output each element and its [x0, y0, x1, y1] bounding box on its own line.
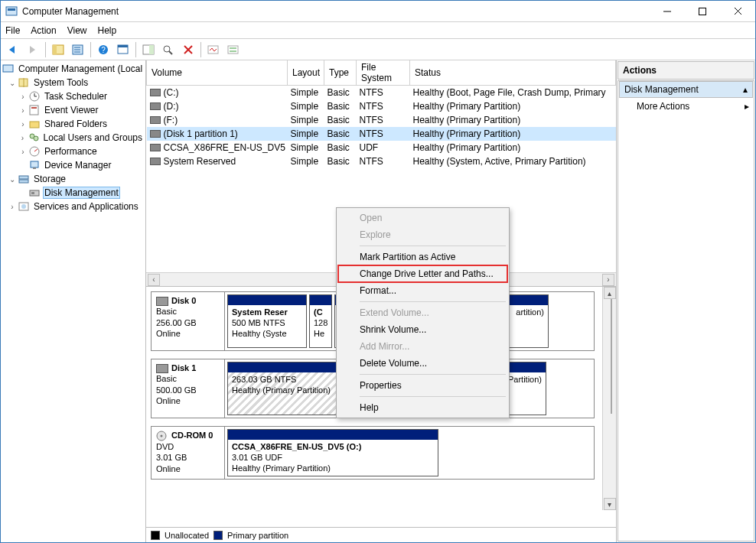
disk-kind: Basic — [156, 306, 220, 317]
volume-icon — [150, 116, 161, 124]
actions-section[interactable]: Disk Management ▴ — [619, 81, 753, 98]
show-hide-tree-button[interactable] — [49, 41, 67, 58]
svg-rect-33 — [31, 107, 37, 109]
volume-row[interactable]: (F:)SimpleBasicNTFSHealthy (Primary Part… — [147, 113, 616, 127]
expand-icon[interactable]: › — [7, 203, 18, 211]
col-volume[interactable]: Volume — [147, 60, 288, 86]
ctx-explore[interactable]: Explore — [338, 226, 507, 243]
collapse-icon[interactable]: ⌄ — [7, 175, 18, 184]
scroll-thumb[interactable] — [611, 299, 612, 414]
ctx-help[interactable]: Help — [338, 399, 507, 416]
volume-icon — [150, 144, 161, 151]
ctx-format[interactable]: Format... — [338, 282, 507, 299]
menu-action[interactable]: Action — [31, 25, 56, 36]
extra-button-2[interactable] — [224, 41, 243, 58]
forward-button[interactable] — [24, 41, 42, 58]
ctx-open[interactable]: Open — [338, 210, 507, 226]
partition[interactable]: CCSA_X86FRE_EN-US_DV5 (O:)3.01 GB UDFHea… — [227, 429, 438, 476]
ctx-extend[interactable]: Extend Volume... — [338, 304, 507, 321]
disk-icon — [156, 364, 168, 373]
disk-state: Online — [156, 395, 220, 406]
col-fs[interactable]: File System — [357, 60, 410, 86]
v-scrollbar[interactable]: ▴ ▾ — [602, 287, 616, 510]
scroll-up-icon[interactable]: ▴ — [604, 287, 616, 299]
tree-local-users[interactable]: ›Local Users and Groups — [2, 131, 144, 145]
menu-file[interactable]: File — [5, 25, 20, 36]
minimize-button[interactable] — [650, 1, 685, 21]
col-layout[interactable]: Layout — [288, 60, 324, 86]
ctx-add-mirror[interactable]: Add Mirror... — [338, 338, 507, 355]
actions-section-label: Disk Management — [624, 84, 699, 95]
ctx-shrink[interactable]: Shrink Volume... — [338, 321, 507, 338]
refresh-button[interactable] — [114, 41, 132, 58]
tree-shared-folders[interactable]: ›Shared Folders — [2, 117, 144, 131]
partition[interactable]: System Reser500 MB NTFSHealthy (Syste — [227, 294, 307, 348]
tree-disk-management[interactable]: Disk Management — [2, 186, 144, 200]
disk-size: 256.00 GB — [156, 317, 220, 328]
expand-icon[interactable]: › — [18, 148, 28, 156]
back-button[interactable] — [4, 41, 22, 58]
volume-row[interactable]: (C:)SimpleBasicNTFSHealthy (Boot, Page F… — [147, 86, 616, 99]
properties-button[interactable] — [69, 41, 87, 58]
legend-swatch-primary — [213, 531, 223, 540]
close-button[interactable] — [720, 1, 755, 21]
partition[interactable]: (C128He — [309, 294, 332, 348]
svg-rect-26 — [3, 65, 13, 72]
find-button[interactable] — [159, 41, 178, 58]
expand-icon[interactable]: › — [18, 106, 28, 115]
volume-icon — [150, 158, 161, 165]
expand-icon[interactable]: › — [18, 134, 28, 142]
help-button[interactable]: ? — [94, 41, 112, 58]
expand-icon[interactable]: › — [18, 93, 28, 101]
tree-device-manager[interactable]: Device Manager — [2, 158, 144, 172]
ctx-change-drive-letter[interactable]: Change Drive Letter and Paths... — [338, 265, 507, 282]
volume-row[interactable]: CCSA_X86FRE_EN-US_DV5 (O:)SimpleBasicUDF… — [147, 141, 616, 154]
ctx-mark-active[interactable]: Mark Partition as Active — [338, 249, 507, 265]
svg-rect-3 — [699, 8, 706, 15]
collapse-icon[interactable]: ⌄ — [7, 79, 18, 87]
scroll-down-icon[interactable]: ▾ — [604, 498, 616, 510]
svg-rect-40 — [33, 167, 36, 169]
legend-label: Unallocated — [165, 531, 209, 540]
scroll-right-icon[interactable]: › — [602, 274, 614, 286]
menu-help[interactable]: Help — [98, 25, 117, 36]
tree-pane[interactable]: Computer Management (Local ⌄ System Tool… — [1, 60, 146, 542]
volume-row[interactable]: System ReservedSimpleBasicNTFSHealthy (S… — [147, 154, 616, 168]
disk-size: 3.01 GB — [156, 452, 220, 463]
extra-button-1[interactable] — [204, 41, 223, 58]
ctx-delete[interactable]: Delete Volume... — [338, 355, 507, 372]
maximize-button[interactable] — [685, 1, 720, 21]
ctx-properties[interactable]: Properties — [338, 377, 507, 394]
tree-performance[interactable]: ›Performance — [2, 145, 144, 158]
menu-view[interactable]: View — [67, 25, 87, 36]
settings-button[interactable] — [139, 41, 158, 58]
disk-info: CD-ROM 0 DVD 3.01 GB Online — [152, 427, 225, 479]
tree-root[interactable]: Computer Management (Local — [2, 62, 144, 76]
col-status[interactable]: Status — [410, 60, 616, 86]
tree-system-tools[interactable]: ⌄ System Tools — [2, 76, 144, 89]
actions-item-label: More Actions — [637, 101, 689, 112]
expand-icon[interactable]: › — [18, 120, 28, 128]
disk-state: Online — [156, 328, 220, 339]
disk-name: CD-ROM 0 — [171, 431, 213, 440]
col-type[interactable]: Type — [324, 60, 357, 86]
svg-point-20 — [164, 46, 170, 52]
svg-rect-34 — [30, 122, 39, 128]
svg-rect-0 — [6, 7, 17, 15]
volume-row[interactable]: (D:)SimpleBasicNTFSHealthy (Primary Part… — [147, 99, 616, 113]
actions-more[interactable]: More Actions ▸ — [618, 98, 754, 115]
tree-storage[interactable]: ⌄Storage — [2, 172, 144, 186]
delete-button[interactable] — [179, 41, 197, 58]
tree-task-scheduler[interactable]: ›Task Scheduler — [2, 89, 144, 103]
cdrom-0[interactable]: CD-ROM 0 DVD 3.01 GB Online CCSA_X86FRE_… — [151, 426, 595, 480]
volume-row[interactable]: (Disk 1 partition 1)SimpleBasicNTFSHealt… — [147, 127, 616, 141]
scroll-left-icon[interactable]: ‹ — [148, 274, 160, 286]
tree-event-viewer[interactable]: ›Event Viewer — [2, 103, 144, 117]
volume-icon — [150, 102, 161, 110]
disk-kind: DVD — [156, 441, 220, 452]
volume-icon — [150, 130, 161, 138]
collapse-icon: ▴ — [743, 84, 748, 95]
tree-label: Disk Management — [43, 187, 120, 199]
legend-label: Primary partition — [227, 531, 288, 540]
tree-services[interactable]: ›Services and Applications — [2, 200, 144, 213]
